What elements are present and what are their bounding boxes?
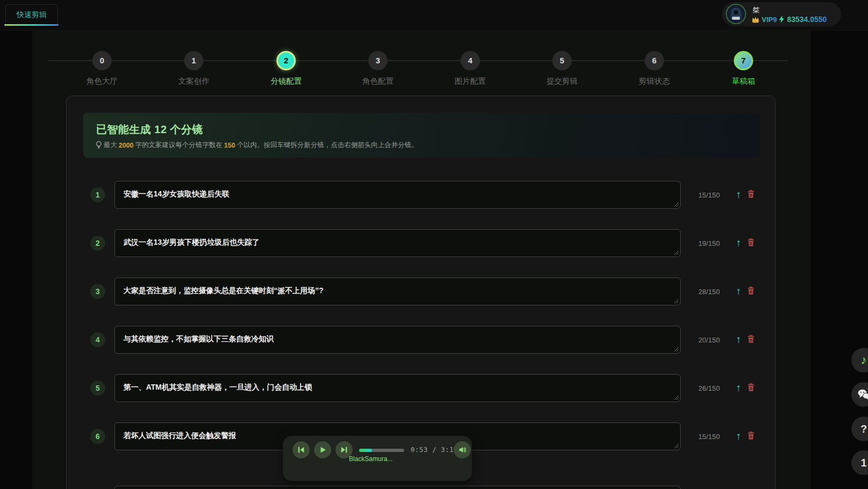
skip-previous-icon (297, 446, 305, 454)
volume-button[interactable] (454, 441, 471, 458)
step-label-7-draft[interactable]: 草稿箱 (711, 76, 776, 86)
play-icon (318, 446, 327, 454)
step-circle-2-active[interactable]: 2 (276, 51, 296, 70)
storyboard-text-input[interactable]: 第一、ATM机其实是自救神器，一旦进入，门会自动上锁 (114, 374, 681, 402)
storyboard-row: 5 第一、ATM机其实是自救神器，一旦进入，门会自动上锁 26/150 ↑ (90, 374, 761, 402)
lightning-icon (779, 16, 785, 23)
resize-handle-icon[interactable] (674, 250, 679, 256)
vip-badge: VIP9 (762, 16, 777, 24)
volume-icon (458, 446, 467, 454)
step-label-6[interactable]: 剪辑状态 (622, 76, 687, 86)
merge-up-button[interactable]: ↑ (733, 382, 744, 395)
storyboard-row: 2 武汉一名13岁男孩下楼扔垃圾后也失踪了 19/150 ↑ (90, 229, 761, 257)
char-count: 20/150 (692, 336, 726, 344)
storyboard-row: 3 大家是否注意到，监控摄像头总是在关键时刻“派不上用场”? 28/150 ↑ (90, 278, 761, 305)
time-display: 0:53 / 3:18 (411, 446, 458, 454)
trash-icon (747, 431, 755, 440)
delete-row-button[interactable] (746, 237, 756, 250)
step-circle-3[interactable]: 3 (368, 51, 388, 70)
resize-handle-icon[interactable] (674, 298, 679, 304)
step-label-0[interactable]: 角色大厅 (70, 76, 134, 86)
step-circle-5[interactable]: 5 (552, 51, 572, 70)
char-count: 26/150 (692, 384, 726, 392)
delete-row-button[interactable] (746, 285, 756, 298)
merge-up-button[interactable]: ↑ (733, 333, 744, 346)
storyboard-index-badge: 3 (90, 284, 105, 299)
wechat-float-button[interactable] (851, 382, 868, 407)
storyboard-row-partial (114, 486, 681, 489)
step-circle-6[interactable]: 6 (645, 51, 664, 70)
step-label-3[interactable]: 角色配置 (346, 76, 410, 86)
storyboard-index-badge: 6 (90, 429, 105, 444)
resize-handle-icon[interactable] (674, 395, 679, 400)
step-circle-4[interactable]: 4 (461, 51, 480, 70)
tip-per-shot-limit: 150 (224, 142, 235, 149)
char-count: 15/150 (692, 191, 726, 199)
delete-row-button[interactable] (746, 382, 756, 395)
storyboard-text-input[interactable]: 安徽一名14岁女孩取快递后失联 (114, 181, 681, 209)
crown-icon (752, 16, 760, 23)
step-circle-0[interactable]: 0 (92, 51, 112, 70)
merge-up-button[interactable]: ↑ (733, 237, 744, 250)
storyboard-text-input[interactable]: 大家是否注意到，监控摄像头总是在关键时刻“派不上用场”? (114, 278, 681, 305)
delete-row-button[interactable] (746, 188, 756, 201)
storyboard-index-badge: 5 (90, 381, 105, 396)
storyboard-tip: 最大2000字的文案建议每个分镜字数在150个以内。按回车键拆分新分镜，点击右侧… (96, 141, 418, 150)
char-count: 28/150 (692, 288, 726, 296)
step-circle-7-draft[interactable]: 7 (734, 51, 753, 70)
app-screen: 快速剪辑 桀 VIP9 8353 (0, 0, 868, 489)
points-balance: 83534.0550 (787, 15, 827, 24)
top-bar: 快速剪辑 桀 VIP9 8353 (0, 0, 868, 31)
trash-icon (747, 189, 755, 199)
tip-max-words: 2000 (119, 142, 134, 149)
wechat-icon (857, 389, 868, 400)
delete-row-button[interactable] (746, 333, 756, 346)
storyboard-text-input[interactable]: 武汉一名13岁男孩下楼扔垃圾后也失踪了 (114, 229, 681, 257)
storyboard-index-badge: 1 (90, 187, 105, 202)
trash-icon (747, 286, 755, 295)
user-account-pill[interactable]: 桀 VIP9 83534.0550 (722, 2, 841, 26)
music-note-icon: ♪ (861, 353, 867, 367)
previous-track-button[interactable] (293, 441, 310, 458)
step-circle-1[interactable]: 1 (184, 51, 203, 70)
avatar-image (727, 5, 745, 23)
tip-text-prefix: 最大 (104, 141, 117, 150)
tab-quick-edit[interactable]: 快速剪辑 (5, 4, 58, 24)
trash-icon (747, 238, 755, 247)
help-float-button[interactable]: ? (851, 417, 868, 441)
seek-bar[interactable] (359, 449, 404, 452)
music-float-button[interactable]: ♪ (851, 348, 868, 373)
step-label-5[interactable]: 提交剪辑 (530, 76, 594, 86)
skip-next-icon (340, 446, 348, 454)
delete-row-button[interactable] (746, 430, 756, 443)
step-label-2-active[interactable]: 分镜配置 (254, 76, 318, 86)
tab-active-underline (4, 24, 59, 26)
resize-handle-icon[interactable] (674, 443, 679, 449)
storyboard-index-badge: 2 (90, 236, 105, 251)
avatar[interactable] (726, 4, 746, 24)
audio-player: 0:53 / 3:18 BlackSamura... (283, 436, 472, 481)
storyboard-text-input[interactable] (114, 486, 681, 489)
lightbulb-icon (96, 141, 102, 149)
notice-count: 1 (860, 457, 866, 469)
merge-up-button[interactable]: ↑ (733, 188, 744, 201)
trash-icon (747, 334, 755, 344)
stepper-connector-line (48, 60, 788, 61)
storyboard-row: 4 与其依赖监控，不如掌握以下三条自救冷知识 20/150 ↑ (90, 326, 761, 354)
storyboard-text-input[interactable]: 与其依赖监控，不如掌握以下三条自救冷知识 (114, 326, 681, 354)
trash-icon (747, 383, 755, 392)
resize-handle-icon[interactable] (674, 202, 679, 207)
merge-up-button[interactable]: ↑ (733, 285, 744, 298)
username: 桀 (753, 5, 760, 15)
char-count: 15/150 (692, 433, 726, 441)
step-label-1[interactable]: 文案创作 (162, 76, 226, 86)
play-button[interactable] (314, 441, 331, 458)
question-mark-icon: ? (860, 423, 867, 435)
merge-up-button[interactable]: ↑ (733, 430, 744, 443)
resize-handle-icon[interactable] (674, 347, 679, 352)
storyboard-row: 1 安徽一名14岁女孩取快递后失联 15/150 ↑ (90, 181, 761, 209)
notice-float-button[interactable]: 1 (851, 450, 868, 475)
seek-bar-progress (359, 449, 372, 452)
step-label-4[interactable]: 图片配置 (438, 76, 502, 86)
storyboard-index-badge: 4 (90, 332, 105, 347)
